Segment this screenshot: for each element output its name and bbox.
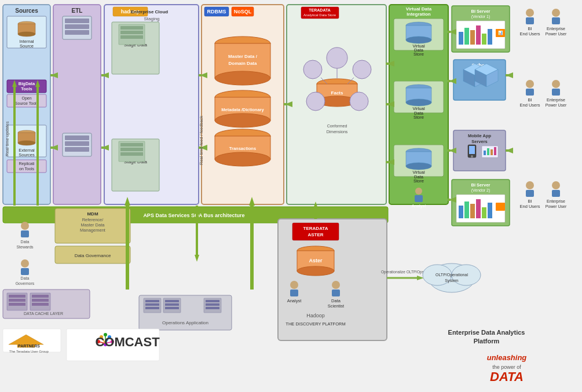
svg-rect-138 [552,89,560,96]
svg-rect-248 [165,307,179,309]
svg-rect-156 [484,151,486,155]
svg-point-80 [350,92,368,111]
svg-text:(Vendor 1): (Vendor 1) [471,14,491,19]
svg-text:BI: BI [528,26,532,31]
svg-text:Aster: Aster [309,258,323,263]
svg-text:Sources: Sources [19,152,35,157]
svg-text:Power User: Power User [546,204,567,208]
svg-point-17 [18,141,35,145]
svg-rect-26 [65,19,89,23]
svg-text:Domain Data: Domain Data [229,61,257,66]
svg-text:on Tools: on Tools [19,167,34,171]
svg-rect-234 [9,303,25,306]
svg-point-77 [303,60,322,79]
svg-rect-247 [165,303,179,306]
svg-text:Enterprise Cloud: Enterprise Cloud [131,9,169,14]
svg-point-226 [21,259,29,268]
svg-text:Source: Source [20,43,34,49]
svg-point-92 [406,36,431,43]
svg-text:Enterprise: Enterprise [547,199,565,204]
svg-text:ASTER: ASTER [308,232,323,237]
svg-text:System: System [445,279,459,283]
svg-text:Data: Data [21,240,30,244]
svg-rect-49 [120,152,143,156]
svg-text:Source Tools: Source Tools [15,101,39,105]
svg-point-79 [306,92,325,111]
svg-rect-238 [32,303,49,306]
svg-text:DATA: DATA [490,369,524,384]
svg-text:(Vendor 2): (Vendor 2) [471,188,491,193]
svg-text:Enterprise Data Analytics: Enterprise Data Analytics [448,329,525,336]
svg-text:Platform: Platform [474,338,500,345]
svg-text:Real time feed / feedback: Real time feed / feedback [199,116,204,165]
main-container: Sources Internal Source BigData Tools Op… [0,0,582,392]
svg-point-154 [471,155,473,157]
svg-rect-242 [145,300,159,302]
svg-point-5 [18,32,35,36]
svg-text:Metadata /Dictionary: Metadata /Dictionary [221,107,264,112]
svg-point-175 [552,181,560,189]
svg-rect-236 [32,295,49,298]
svg-text:Stewards: Stewards [16,245,34,249]
svg-text:TERADATA: TERADATA [309,8,330,12]
svg-rect-126 [526,17,534,24]
svg-text:BI: BI [528,97,532,102]
svg-rect-250 [206,300,219,302]
svg-text:Conformed: Conformed [327,124,347,128]
svg-text:ETL: ETL [72,8,83,14]
svg-text:Real time updates: Real time updates [5,121,10,156]
svg-text:Transactions: Transactions [229,146,256,151]
svg-point-137 [552,80,560,88]
svg-rect-165 [464,202,469,218]
svg-rect-244 [145,307,159,309]
svg-text:BI Server: BI Server [471,9,491,14]
svg-point-99 [406,99,431,106]
svg-rect-237 [32,299,49,302]
svg-point-110 [415,188,422,195]
svg-text:PARTNERS: PARTNERS [18,344,40,348]
svg-rect-32 [65,147,89,152]
svg-point-129 [552,9,560,17]
svg-text:THE DISCOVERY PLATFORM: THE DISCOVERY PLATFORM [285,321,345,327]
svg-text:BigData: BigData [19,81,35,86]
svg-rect-164 [459,206,463,218]
sources-label: Sources [15,8,38,14]
svg-text:APS Data Services SOA Bus arch: APS Data Services SOA Bus architecture [143,213,244,218]
svg-rect-170 [496,203,505,211]
svg-rect-41 [120,26,143,30]
svg-text:Scientist: Scientist [328,303,345,309]
svg-text:BI: BI [528,199,532,204]
svg-point-171 [526,181,534,189]
svg-text:Store: Store [413,178,424,184]
svg-text:DATA CACHE LAYER: DATA CACHE LAYER [24,312,63,316]
svg-rect-118 [464,28,469,45]
svg-text:📊: 📊 [498,30,503,35]
svg-text:BI Server: BI Server [471,182,491,188]
svg-text:Integration: Integration [407,12,430,17]
svg-text:Power User: Power User [546,32,567,36]
svg-text:Dimensions: Dimensions [327,130,348,134]
svg-point-57 [215,71,270,85]
svg-rect-119 [470,30,475,45]
svg-text:Management: Management [80,228,106,233]
svg-text:Replicati: Replicati [19,162,35,166]
svg-rect-120 [476,25,481,45]
svg-rect-153 [469,146,475,154]
svg-text:Store: Store [413,52,424,57]
svg-point-262 [290,281,298,289]
svg-text:Analyst: Analyst [287,298,302,303]
svg-rect-166 [470,204,475,218]
svg-text:NoSQL: NoSQL [234,9,252,14]
svg-rect-43 [120,35,143,39]
svg-rect-159 [494,147,496,155]
svg-text:Operationalize OLTP/Ops: Operationalize OLTP/Ops [381,270,424,274]
svg-rect-263 [290,290,298,296]
svg-text:Enterprise: Enterprise [547,27,565,31]
svg-text:Operations Application: Operations Application [162,320,208,325]
svg-rect-30 [65,135,89,140]
svg-text:Hadoop: Hadoop [306,313,325,318]
svg-rect-223 [21,230,29,237]
svg-rect-28 [65,30,89,35]
svg-text:RDBMS: RDBMS [207,9,226,14]
architecture-diagram: Sources Internal Source BigData Tools Op… [0,0,582,392]
